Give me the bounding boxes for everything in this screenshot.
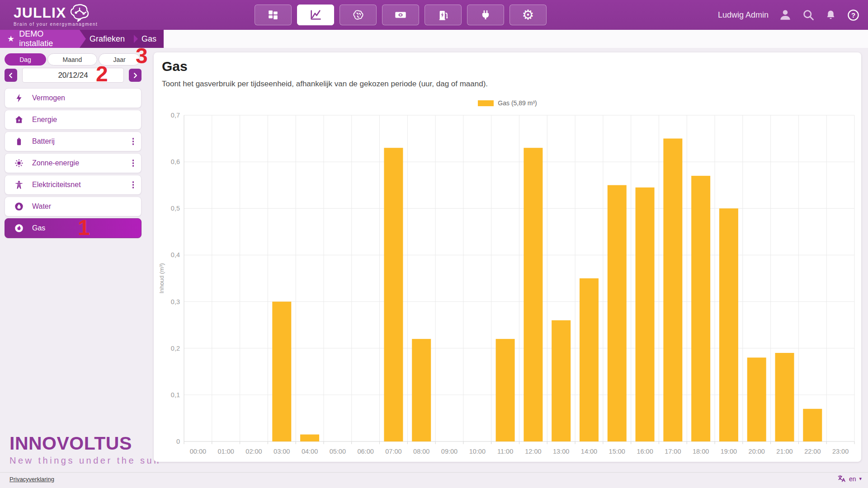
user-avatar-icon[interactable] <box>778 8 792 22</box>
svg-text:15:00: 15:00 <box>609 448 625 455</box>
previous-day-button[interactable] <box>5 69 17 82</box>
breadcrumb-installation-label: DEMO installatie <box>19 29 73 48</box>
sidebar-item-label: Batterij <box>32 137 123 145</box>
sidebar-item-batterij[interactable]: Batterij <box>5 131 142 151</box>
breadcrumb-grafieken-label: Grafieken <box>90 34 125 44</box>
nav-charging-button[interactable] <box>425 5 462 25</box>
svg-text:?: ? <box>851 11 855 19</box>
sidebar-item-label: Vermogen <box>32 94 136 102</box>
date-input[interactable]: 20/12/24 <box>22 68 124 83</box>
search-icon[interactable] <box>802 9 815 21</box>
notifications-bell-icon[interactable] <box>825 9 837 21</box>
tab-maand[interactable]: Maand <box>47 53 97 66</box>
nav-dashboard-button[interactable] <box>255 5 292 25</box>
sidebar-item-water[interactable]: Water <box>5 197 142 216</box>
svg-text:02:00: 02:00 <box>245 448 262 455</box>
chart-legend[interactable]: Gas (5,89 m³) <box>154 99 861 107</box>
annotation-2: 2 <box>96 64 108 84</box>
sidebar-menu: Vermogen Energie Batterij Zonne-ener <box>5 88 142 238</box>
nav-settings-button[interactable]: ⚙ <box>509 5 547 25</box>
sun-icon <box>14 158 24 168</box>
breadcrumb-installation[interactable]: ★ DEMO installatie <box>0 30 86 48</box>
house-energy-icon <box>14 115 24 125</box>
svg-text:18:00: 18:00 <box>693 448 709 455</box>
app-header: JULLIX Brain of your energymanagment <box>0 0 868 30</box>
svg-text:22:00: 22:00 <box>804 448 821 455</box>
elektriciteitsnet-options-kebab-icon[interactable] <box>131 179 136 190</box>
gas-bar-chart[interactable]: 00,10,20,30,40,50,60,700:0001:0002:0003:… <box>154 111 861 459</box>
svg-text:0,7: 0,7 <box>171 112 180 119</box>
page-title: Gas <box>162 59 188 74</box>
ev-charger-icon <box>437 9 449 21</box>
privacy-link[interactable]: Privacyverklaring <box>9 476 54 483</box>
sidebar-item-label: Zonne-energie <box>32 159 123 167</box>
svg-text:19:00: 19:00 <box>721 448 737 455</box>
battery-icon <box>14 136 24 146</box>
svg-text:05:00: 05:00 <box>330 448 346 455</box>
next-day-button[interactable] <box>129 69 142 82</box>
svg-text:13:00: 13:00 <box>553 448 569 455</box>
annotation-3: 3 <box>136 46 148 66</box>
sidebar-item-zonne-energie[interactable]: Zonne-energie <box>5 153 142 173</box>
nav-finance-button[interactable] <box>382 5 419 25</box>
breadcrumb-gas-label: Gas <box>142 34 156 44</box>
svg-text:07:00: 07:00 <box>385 448 401 455</box>
nav-charts-button[interactable] <box>297 5 334 25</box>
batterij-options-kebab-icon[interactable] <box>131 136 136 147</box>
svg-text:06:00: 06:00 <box>357 448 373 455</box>
help-icon[interactable]: ? <box>847 9 860 22</box>
sidebar-item-elektriciteitsnet[interactable]: Elektriciteitsnet <box>5 175 142 195</box>
svg-text:17:00: 17:00 <box>665 448 681 455</box>
sidebar-item-label: Energie <box>32 116 136 124</box>
svg-text:0,6: 0,6 <box>171 158 180 165</box>
svg-text:16:00: 16:00 <box>637 448 653 455</box>
gas-chart-panel: Gas Toont het gasverbruik per tijdseenhe… <box>154 52 861 462</box>
svg-text:0: 0 <box>176 438 180 445</box>
main-nav: ⚙ <box>255 5 547 25</box>
sidebar-item-vermogen[interactable]: Vermogen <box>5 88 142 108</box>
sidebar-item-label: Elektriciteitsnet <box>32 181 123 189</box>
svg-text:21:00: 21:00 <box>776 448 793 455</box>
date-navigation: 20/12/24 <box>5 69 142 82</box>
sidebar-item-gas[interactable]: Gas <box>5 218 142 238</box>
svg-text:00:00: 00:00 <box>190 448 206 455</box>
header-right: Ludwig Admin ? <box>718 0 860 30</box>
innovoltus-tagline: New things under the sun <box>9 455 161 466</box>
favorite-star-icon[interactable]: ★ <box>7 34 14 44</box>
brain-logo-icon <box>69 3 92 22</box>
svg-text:10:00: 10:00 <box>469 448 486 455</box>
content-top-strip <box>161 30 868 48</box>
gas-flame-icon <box>14 223 24 233</box>
svg-text:03:00: 03:00 <box>274 448 290 455</box>
page-subtitle: Toont het gasverbruik per tijdseenheid, … <box>162 80 488 89</box>
svg-text:0,2: 0,2 <box>171 345 180 352</box>
water-drop-icon <box>14 202 24 211</box>
nav-consumers-button[interactable] <box>467 5 504 25</box>
svg-text:01:00: 01:00 <box>218 448 234 455</box>
user-name: Ludwig Admin <box>718 10 769 20</box>
language-selector[interactable]: en ▾ <box>837 474 862 483</box>
nav-ai-button[interactable] <box>340 5 377 25</box>
app-logo[interactable]: JULLIX Brain of your energymanagment <box>14 3 98 27</box>
plug-icon <box>480 9 491 21</box>
pylon-icon <box>14 180 24 190</box>
svg-text:0,4: 0,4 <box>171 251 180 258</box>
translate-icon <box>837 474 846 483</box>
gear-icon: ⚙ <box>522 8 534 22</box>
breadcrumb-grafieken[interactable]: Grafieken <box>86 30 132 48</box>
dashboard-grid-icon <box>267 9 279 21</box>
tab-dag[interactable]: Dag <box>5 53 46 66</box>
svg-text:12:00: 12:00 <box>525 448 541 455</box>
svg-text:09:00: 09:00 <box>441 448 458 455</box>
innovoltus-logo: INNOVOLTUS New things under the sun <box>9 433 161 466</box>
svg-text:20:00: 20:00 <box>749 448 765 455</box>
footer-divider <box>0 472 868 473</box>
sidebar-item-energie[interactable]: Energie <box>5 110 142 130</box>
svg-text:0,3: 0,3 <box>171 298 180 305</box>
svg-text:0,1: 0,1 <box>171 391 180 399</box>
period-tabs: Dag Maand Jaar <box>5 53 140 66</box>
innovoltus-name: INNOVOLTUS <box>9 433 161 454</box>
app-logo-text: JULLIX <box>14 5 66 20</box>
legend-label: Gas (5,89 m³) <box>498 99 537 107</box>
zonne-energie-options-kebab-icon[interactable] <box>131 158 136 169</box>
